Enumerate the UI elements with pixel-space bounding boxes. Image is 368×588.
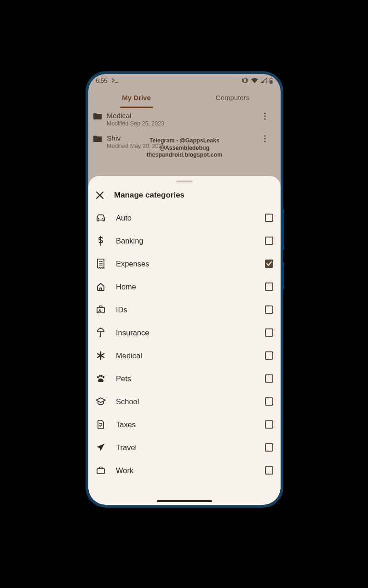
category-row-ids[interactable]: IDs bbox=[88, 298, 281, 321]
svg-rect-0 bbox=[244, 78, 247, 83]
svg-rect-19 bbox=[97, 469, 104, 474]
status-bar: 6:55 bbox=[88, 74, 281, 87]
close-icon[interactable] bbox=[96, 191, 104, 199]
svg-point-6 bbox=[264, 118, 265, 119]
svg-rect-2 bbox=[271, 78, 272, 79]
category-checkbox[interactable] bbox=[265, 374, 273, 383]
receipt-icon bbox=[96, 259, 106, 269]
watermark-text: Telegram - @GappsLeaks @Assembledebug th… bbox=[88, 137, 281, 159]
drag-handle[interactable] bbox=[176, 181, 193, 182]
svg-point-10 bbox=[98, 218, 99, 220]
home-icon bbox=[96, 282, 106, 291]
category-row-home[interactable]: Home bbox=[88, 275, 281, 298]
category-row-auto[interactable]: Auto bbox=[88, 206, 281, 229]
clock: 6:55 bbox=[96, 77, 107, 84]
category-label: Work bbox=[116, 466, 255, 475]
category-row-work[interactable]: Work bbox=[88, 459, 281, 482]
wifi-icon bbox=[251, 78, 258, 83]
id-icon bbox=[96, 305, 106, 314]
terminal-icon bbox=[112, 78, 118, 83]
svg-point-7 bbox=[264, 135, 265, 136]
category-checkbox[interactable] bbox=[265, 328, 273, 337]
category-row-expenses[interactable]: Expenses bbox=[88, 252, 281, 275]
category-row-taxes[interactable]: Taxes bbox=[88, 413, 281, 436]
paw-icon bbox=[96, 374, 106, 383]
file-name: Medical bbox=[107, 112, 264, 120]
category-label: Home bbox=[116, 283, 255, 291]
category-label: Pets bbox=[116, 374, 255, 383]
svg-point-4 bbox=[264, 113, 265, 114]
category-row-travel[interactable]: Travel bbox=[88, 436, 281, 459]
category-checkbox[interactable] bbox=[265, 214, 273, 222]
plane-icon bbox=[96, 443, 106, 452]
tab-my-drive[interactable]: My Drive bbox=[88, 87, 184, 108]
category-label: Travel bbox=[116, 443, 255, 452]
svg-point-5 bbox=[264, 115, 265, 117]
category-checkbox[interactable] bbox=[265, 260, 273, 268]
category-label: Banking bbox=[116, 237, 255, 245]
screen: 6:55 My Drive bbox=[88, 74, 281, 505]
category-row-school[interactable]: School bbox=[88, 390, 281, 413]
category-row-banking[interactable]: Banking bbox=[88, 229, 281, 252]
svg-point-15 bbox=[97, 376, 99, 379]
category-row-medical[interactable]: Medical bbox=[88, 344, 281, 367]
category-checkbox[interactable] bbox=[265, 351, 273, 360]
vibrate-icon bbox=[242, 78, 248, 83]
category-checkbox[interactable] bbox=[265, 397, 273, 406]
file-row[interactable]: Medical Modified Sep 25, 2023 bbox=[88, 109, 281, 131]
sheet-title: Manage categories bbox=[114, 191, 184, 200]
category-row-insurance[interactable]: Insurance bbox=[88, 321, 281, 344]
category-checkbox[interactable] bbox=[265, 305, 273, 314]
svg-point-11 bbox=[102, 218, 104, 220]
asterisk-icon bbox=[96, 351, 106, 360]
category-checkbox[interactable] bbox=[265, 283, 273, 291]
category-checkbox[interactable] bbox=[265, 443, 273, 452]
sheet-header: Manage categories bbox=[88, 189, 281, 206]
svg-point-16 bbox=[99, 375, 101, 377]
category-checkbox[interactable] bbox=[265, 420, 273, 429]
category-label: Insurance bbox=[116, 328, 255, 337]
category-label: IDs bbox=[116, 305, 255, 314]
category-checkbox[interactable] bbox=[265, 237, 273, 245]
grad-icon bbox=[96, 397, 106, 406]
brief-icon bbox=[96, 466, 106, 475]
category-list: AutoBankingExpensesHomeIDsInsuranceMedic… bbox=[88, 206, 281, 505]
category-label: Taxes bbox=[116, 420, 255, 429]
category-label: School bbox=[116, 397, 255, 406]
car-icon bbox=[96, 214, 106, 222]
umbrella-icon bbox=[96, 328, 106, 338]
tab-computers[interactable]: Computers bbox=[184, 87, 281, 108]
category-checkbox[interactable] bbox=[265, 466, 273, 475]
signal-icon bbox=[261, 78, 267, 83]
manage-categories-sheet: Manage categories AutoBankingExpensesHom… bbox=[88, 176, 281, 505]
svg-rect-3 bbox=[270, 80, 273, 83]
svg-point-18 bbox=[103, 376, 104, 379]
file-modified: Modified Sep 25, 2023 bbox=[107, 120, 264, 127]
more-icon[interactable] bbox=[264, 112, 277, 120]
battery-icon bbox=[270, 78, 273, 84]
svg-rect-13 bbox=[99, 306, 102, 308]
svg-point-17 bbox=[101, 375, 103, 377]
gesture-bar[interactable] bbox=[157, 500, 212, 502]
dollar-icon bbox=[96, 236, 106, 246]
category-label: Expenses bbox=[116, 260, 255, 268]
folder-icon bbox=[93, 112, 107, 120]
drive-tabs: My Drive Computers bbox=[88, 87, 281, 108]
phone-frame: 6:55 My Drive bbox=[86, 71, 283, 508]
category-label: Auto bbox=[116, 214, 255, 222]
category-label: Medical bbox=[116, 351, 255, 360]
category-row-pets[interactable]: Pets bbox=[88, 367, 281, 390]
doc-icon bbox=[96, 420, 106, 429]
